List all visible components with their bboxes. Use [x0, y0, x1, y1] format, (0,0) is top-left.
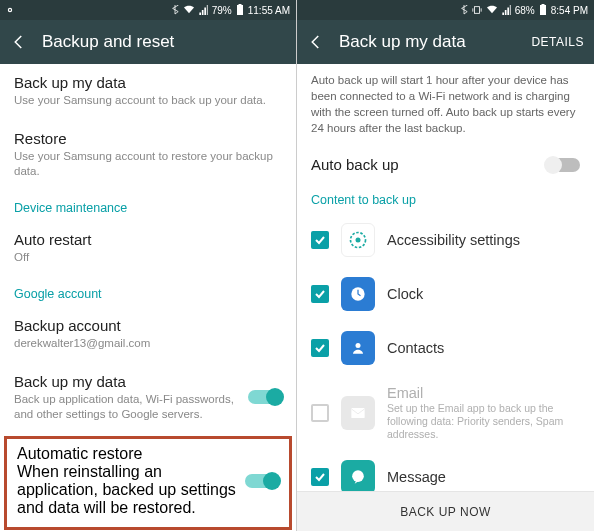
accessibility-icon [341, 223, 375, 257]
svg-rect-3 [474, 7, 479, 14]
svg-rect-2 [238, 4, 241, 5]
screen-backup-reset: 79% 11:55 AM Backup and reset Back up my… [0, 0, 297, 531]
toggle-auto-restore[interactable] [245, 474, 279, 488]
clock-icon [341, 277, 375, 311]
message-icon [341, 460, 375, 494]
svg-point-7 [356, 238, 361, 243]
item-auto-backup[interactable]: Auto back up [297, 146, 594, 183]
signal-icon [199, 5, 208, 15]
checkbox[interactable] [311, 231, 329, 249]
item-sub: Use your Samsung account to back up your… [14, 93, 282, 108]
back-button[interactable] [10, 33, 28, 51]
back-button[interactable] [307, 33, 325, 51]
item-label: Restore [14, 130, 282, 147]
app-bar: Backup and reset [0, 20, 296, 64]
checkbox[interactable] [311, 468, 329, 486]
page-title: Backup and reset [42, 32, 286, 52]
item-label: Automatic restore [17, 445, 237, 463]
toggle-auto-backup[interactable] [546, 158, 580, 172]
item-sub: Use your Samsung account to restore your… [14, 149, 282, 179]
status-bar: 68% 8:54 PM [297, 0, 594, 20]
item-restore[interactable]: Restore Use your Samsung account to rest… [0, 120, 296, 191]
content-item-contacts[interactable]: Contacts [297, 321, 594, 375]
svg-point-11 [352, 470, 364, 482]
vibrate-icon [472, 5, 482, 15]
check-icon [314, 234, 326, 246]
content-sub: Set up the Email app to back up the foll… [387, 402, 580, 440]
item-sub: Back up application data, Wi-Fi password… [14, 392, 240, 422]
toggle-backup-data[interactable] [248, 390, 282, 404]
wifi-icon [183, 5, 195, 15]
svg-rect-1 [237, 5, 243, 15]
contacts-icon [341, 331, 375, 365]
content-label: Accessibility settings [387, 232, 520, 248]
section-content-to-backup: Content to back up [297, 183, 594, 213]
bluetooth-icon [171, 5, 179, 15]
backup-content: Auto back up will start 1 hour after you… [297, 64, 594, 531]
app-bar: Back up my data DETAILS [297, 20, 594, 64]
item-backup-my-data-google[interactable]: Back up my data Back up application data… [0, 363, 296, 434]
bluetooth-icon [460, 5, 468, 15]
location-icon [6, 6, 14, 14]
content-label: Email [387, 385, 580, 401]
item-backup-account[interactable]: Backup account derekwalter13@gmail.com [0, 307, 296, 363]
item-backup-my-data[interactable]: Back up my data Use your Samsung account… [0, 64, 296, 120]
item-automatic-restore[interactable]: Automatic restore When reinstalling an a… [4, 436, 292, 530]
backup-now-button[interactable]: BACK UP NOW [297, 491, 594, 531]
clock-time: 11:55 AM [248, 5, 290, 16]
page-title: Back up my data [339, 32, 517, 52]
settings-list: Back up my data Use your Samsung account… [0, 64, 296, 531]
wifi-icon [486, 5, 498, 15]
svg-point-9 [356, 343, 361, 348]
checkbox[interactable] [311, 285, 329, 303]
details-button[interactable]: DETAILS [531, 35, 584, 49]
battery-icon [539, 4, 547, 16]
svg-point-0 [8, 8, 11, 11]
auto-backup-description: Auto back up will start 1 hour after you… [297, 64, 594, 146]
section-google-account: Google account [0, 277, 296, 307]
email-icon [341, 396, 375, 430]
item-label: Auto restart [14, 231, 282, 248]
back-icon [307, 33, 325, 51]
item-sub: Off [14, 250, 282, 265]
battery-percent: 68% [515, 5, 535, 16]
checkbox[interactable] [311, 404, 329, 422]
check-icon [314, 288, 326, 300]
back-icon [10, 33, 28, 51]
section-device-maintenance: Device maintenance [0, 191, 296, 221]
svg-rect-5 [541, 4, 544, 5]
check-icon [314, 471, 326, 483]
content-item-clock[interactable]: Clock [297, 267, 594, 321]
item-sub: derekwalter13@gmail.com [14, 336, 282, 351]
battery-percent: 79% [212, 5, 232, 16]
item-auto-restart[interactable]: Auto restart Off [0, 221, 296, 277]
content-item-email[interactable]: Email Set up the Email app to back up th… [297, 375, 594, 450]
svg-rect-4 [540, 5, 546, 15]
item-sub: When reinstalling an application, backed… [17, 463, 237, 517]
battery-icon [236, 4, 244, 16]
item-label: Back up my data [14, 373, 240, 390]
screen-backup-my-data: 68% 8:54 PM Back up my data DETAILS Auto… [297, 0, 594, 531]
signal-icon [502, 5, 511, 15]
clock-time: 8:54 PM [551, 5, 588, 16]
item-label: Back up my data [14, 74, 282, 91]
status-bar: 79% 11:55 AM [0, 0, 296, 20]
content-label: Clock [387, 286, 423, 302]
content-label: Message [387, 469, 446, 485]
svg-rect-10 [351, 408, 364, 418]
item-label: Backup account [14, 317, 282, 334]
item-label: Auto back up [311, 156, 399, 173]
content-item-accessibility[interactable]: Accessibility settings [297, 213, 594, 267]
checkbox[interactable] [311, 339, 329, 357]
check-icon [314, 342, 326, 354]
content-label: Contacts [387, 340, 444, 356]
